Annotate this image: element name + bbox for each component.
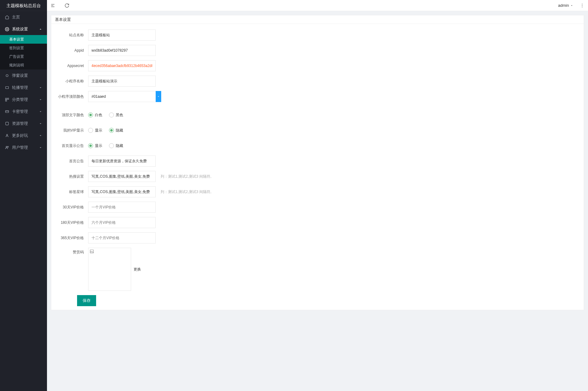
change-qr-link[interactable]: 更换 <box>134 267 141 272</box>
more-vertical-icon[interactable] <box>579 3 585 8</box>
hot-search-input[interactable] <box>88 171 156 182</box>
user-icon <box>5 145 10 150</box>
sidebar-item-card[interactable]: 卡密管理 <box>0 105 47 117</box>
radio-indicator <box>109 128 114 133</box>
radio-indicator <box>88 113 93 117</box>
top-color-input[interactable] <box>88 91 156 102</box>
main-menu: 主页 系统设置 基本设置 签到设置 广告设置 规则说明 弹窗设置 <box>0 11 47 153</box>
chevron-down-icon <box>39 146 42 149</box>
vip365-label: 365天VIP价格 <box>55 232 88 243</box>
sidebar-item-label: 主页 <box>12 14 42 20</box>
gear-icon <box>5 27 10 32</box>
card-icon <box>5 109 10 114</box>
sidebar-item-label: 系统设置 <box>12 26 39 32</box>
settings-panel: 基本设置 站点名称 Appid Appsecret 小程序名称 <box>51 15 584 310</box>
topbar-left <box>50 3 70 8</box>
dot-icon <box>5 73 10 78</box>
vip30-input[interactable] <box>88 202 156 213</box>
vip30-label: 30天VIP价格 <box>55 202 88 213</box>
sidebar-item-system[interactable]: 系统设置 <box>0 23 47 35</box>
appid-label: Appid <box>55 45 88 56</box>
radio-indicator <box>109 143 114 148</box>
svg-point-15 <box>582 4 582 4</box>
mini-name-input[interactable] <box>88 76 156 87</box>
tag-planet-label: 标签星球 <box>55 186 88 197</box>
tag-planet-input[interactable] <box>88 186 156 197</box>
sidebar-item-resource[interactable]: 资源管理 <box>0 117 47 129</box>
chevron-down-icon <box>39 110 42 113</box>
vip180-input[interactable] <box>88 217 156 228</box>
main-content: 基本设置 站点名称 Appid Appsecret 小程序名称 <box>47 0 588 391</box>
svg-rect-4 <box>7 98 9 99</box>
home-notice-show-radio[interactable]: 显示 <box>88 143 102 148</box>
vip-show-show-radio[interactable]: 显示 <box>88 128 102 133</box>
home-notice-input[interactable] <box>88 156 156 167</box>
submenu-item-ads[interactable]: 广告设置 <box>0 52 47 61</box>
chevron-down-icon <box>39 98 42 101</box>
svg-point-17 <box>582 6 582 7</box>
chevron-up-icon <box>39 27 42 31</box>
topbar: admin <box>47 0 588 11</box>
svg-point-1 <box>6 74 8 77</box>
svg-rect-8 <box>6 122 8 125</box>
sidebar-item-users[interactable]: 用户管理 <box>0 141 47 153</box>
submenu-item-checkin[interactable]: 签到设置 <box>0 44 47 52</box>
refresh-icon[interactable] <box>64 3 70 8</box>
site-name-label: 站点名称 <box>55 30 88 41</box>
svg-rect-3 <box>6 98 7 99</box>
save-button[interactable]: 保存 <box>77 295 96 306</box>
top-color-label: 小程序顶部颜色 <box>55 91 88 102</box>
radio-indicator <box>88 128 93 133</box>
vip180-label: 180天VIP价格 <box>55 217 88 228</box>
svg-rect-5 <box>6 100 7 101</box>
color-picker-button[interactable] <box>156 91 161 102</box>
svg-rect-6 <box>6 110 9 113</box>
reward-qr-label: 赞赏码 <box>55 248 88 255</box>
submenu-item-basic[interactable]: 基本设置 <box>0 35 47 44</box>
user-menu-button[interactable]: admin <box>558 3 573 8</box>
radio-indicator <box>88 143 93 148</box>
tag-planet-hint: 列：测试1,测试2,测试3 间隔符, <box>161 186 211 197</box>
chevron-down-icon <box>39 134 42 137</box>
broken-image-icon <box>90 249 94 254</box>
home-icon <box>5 15 10 20</box>
sidebar-item-category[interactable]: 分类管理 <box>0 93 47 105</box>
text-color-white-radio[interactable]: 白色 <box>88 113 102 118</box>
reward-qr-image[interactable] <box>88 248 131 291</box>
topbar-right: admin <box>558 3 585 8</box>
submenu-item-rules[interactable]: 规则说明 <box>0 61 47 69</box>
sidebar-item-home[interactable]: 主页 <box>0 11 47 23</box>
site-name-input[interactable] <box>88 30 156 41</box>
category-icon <box>5 97 10 102</box>
sidebar-item-label: 分类管理 <box>12 97 39 102</box>
mini-name-label: 小程序名称 <box>55 76 88 87</box>
sidebar-item-label: 卡密管理 <box>12 109 39 114</box>
sidebar-item-label: 弹窗设置 <box>12 73 42 78</box>
svg-point-0 <box>6 29 8 30</box>
text-color-label: 顶部文字颜色 <box>55 109 88 120</box>
hot-search-label: 热搜设置 <box>55 171 88 182</box>
chevron-down-icon <box>39 122 42 125</box>
submenu-system: 基本设置 签到设置 广告设置 规则说明 <box>0 35 47 69</box>
sidebar-item-label: 资源管理 <box>12 121 39 126</box>
vip365-input[interactable] <box>88 232 156 243</box>
svg-rect-2 <box>6 86 8 89</box>
vip-show-label: 我的VIP显示 <box>55 125 88 136</box>
svg-point-16 <box>582 5 582 6</box>
sidebar-item-popup[interactable]: 弹窗设置 <box>0 69 47 81</box>
menu-toggle-icon[interactable] <box>50 3 56 8</box>
home-notice-hide-radio[interactable]: 隐藏 <box>109 143 123 148</box>
home-notice-show-label: 首页显示公告 <box>55 140 88 151</box>
appid-input[interactable] <box>88 45 156 56</box>
panel-title: 基本设置 <box>51 15 584 24</box>
svg-point-10 <box>6 146 7 147</box>
text-color-black-radio[interactable]: 黑色 <box>109 113 123 118</box>
user-name: admin <box>558 3 569 8</box>
sidebar-item-carousel[interactable]: 轮播管理 <box>0 81 47 93</box>
svg-rect-18 <box>90 250 94 253</box>
sidebar-item-more[interactable]: 更多好玩 <box>0 129 47 141</box>
sidebar-item-label: 轮播管理 <box>12 85 39 90</box>
appsecret-input[interactable] <box>88 60 156 71</box>
radio-indicator <box>109 113 114 117</box>
vip-show-hide-radio[interactable]: 隐藏 <box>109 128 123 133</box>
